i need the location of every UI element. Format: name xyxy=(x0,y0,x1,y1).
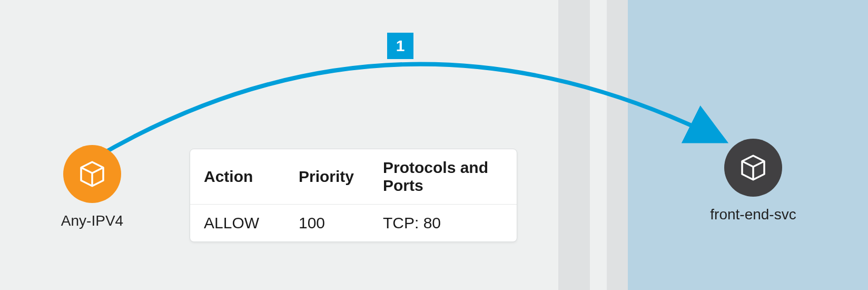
node-destination[interactable]: front-end-svc xyxy=(701,139,806,223)
rule-table: Action Priority Protocols and Ports ALLO… xyxy=(190,149,517,242)
table-header-protocols: Protocols and Ports xyxy=(383,159,503,195)
node-destination-label: front-end-svc xyxy=(701,206,806,223)
table-header-action: Action xyxy=(204,168,299,186)
table-row: ALLOW 100 TCP: 80 xyxy=(190,205,517,241)
diagram-canvas: 1 Any-IPV4 front-end-svc xyxy=(0,0,868,290)
node-source[interactable]: Any-IPV4 xyxy=(45,145,140,229)
table-cell-priority: 100 xyxy=(299,214,383,232)
background-band xyxy=(558,0,590,290)
table-cell-action: ALLOW xyxy=(204,214,299,232)
node-source-disc xyxy=(63,145,121,203)
cube-icon xyxy=(738,153,768,182)
table-header-priority: Priority xyxy=(299,168,383,186)
table-cell-protocols: TCP: 80 xyxy=(383,214,503,232)
cube-icon xyxy=(77,159,107,189)
background-band xyxy=(607,0,628,290)
table-header-row: Action Priority Protocols and Ports xyxy=(190,149,517,205)
node-source-label: Any-IPV4 xyxy=(45,212,140,229)
node-destination-disc xyxy=(724,139,782,197)
background-band xyxy=(590,0,607,290)
connection-badge: 1 xyxy=(387,33,413,59)
